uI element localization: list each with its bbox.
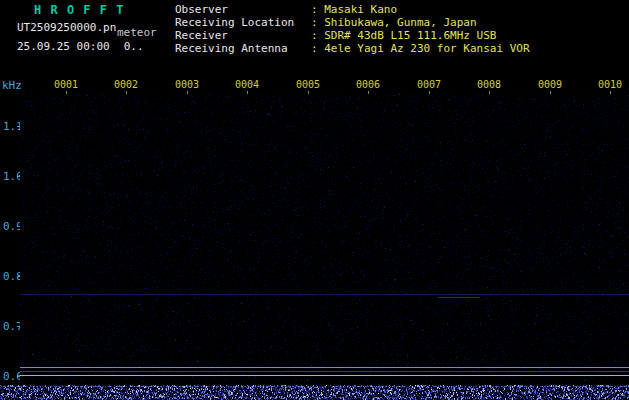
- spectrogram-canvas: [20, 94, 629, 382]
- info-label: Receiving Location: [175, 16, 311, 29]
- info-row: Receiver : SDR# 43dB L15 111.6MHz USB: [175, 29, 530, 42]
- time-label: 0007: [415, 79, 443, 90]
- noise-floor-line-1: [20, 367, 629, 368]
- date-text: 25.09.25 00:00: [17, 40, 110, 53]
- info-label: Receiving Antenna: [175, 42, 311, 55]
- info-row: Observer : Masaki Kano: [175, 3, 530, 16]
- datetime-line: 25.09.25 00:00 0..: [17, 40, 144, 53]
- noise-floor-line-3: [20, 375, 629, 376]
- time-label: 0005: [294, 79, 322, 90]
- counter-text: 0..: [124, 40, 144, 53]
- info-row: Receiving Location : Shibukawa, Gunma, J…: [175, 16, 530, 29]
- time-label: 0006: [354, 79, 382, 90]
- time-label: 0003: [173, 79, 201, 90]
- info-value: : Masaki Kano: [311, 3, 397, 16]
- signal-level-strip: [0, 385, 629, 400]
- observation-info: Observer : Masaki Kano Receiving Locatio…: [175, 3, 530, 55]
- signal-streak: [438, 297, 480, 298]
- noise-floor-line-2: [20, 371, 629, 372]
- time-label: 0010: [596, 79, 624, 90]
- mode-label: meteor: [117, 26, 157, 39]
- info-value: : Shibukawa, Gunma, Japan: [311, 16, 477, 29]
- info-label: Observer: [175, 3, 311, 16]
- time-label: 0008: [475, 79, 503, 90]
- carrier-line: [20, 294, 629, 295]
- time-label: 0009: [536, 79, 564, 90]
- time-label: 0002: [112, 79, 140, 90]
- app-title: H R O F F T: [34, 3, 124, 17]
- info-label: Receiver: [175, 29, 311, 42]
- freq-unit-label: kHz: [2, 79, 22, 92]
- time-label: 0004: [233, 79, 261, 90]
- info-value: : 4ele Yagi Az 230 for Kansai VOR: [311, 42, 530, 55]
- info-row: Receiving Antenna : 4ele Yagi Az 230 for…: [175, 42, 530, 55]
- output-filename: UT2509250000.pn: [17, 21, 116, 34]
- info-value: : SDR# 43dB L15 111.6MHz USB: [311, 29, 496, 42]
- hrofft-screen: H R O F F T UT2509250000.pn meteor 25.09…: [0, 0, 629, 400]
- time-label: 0001: [52, 79, 80, 90]
